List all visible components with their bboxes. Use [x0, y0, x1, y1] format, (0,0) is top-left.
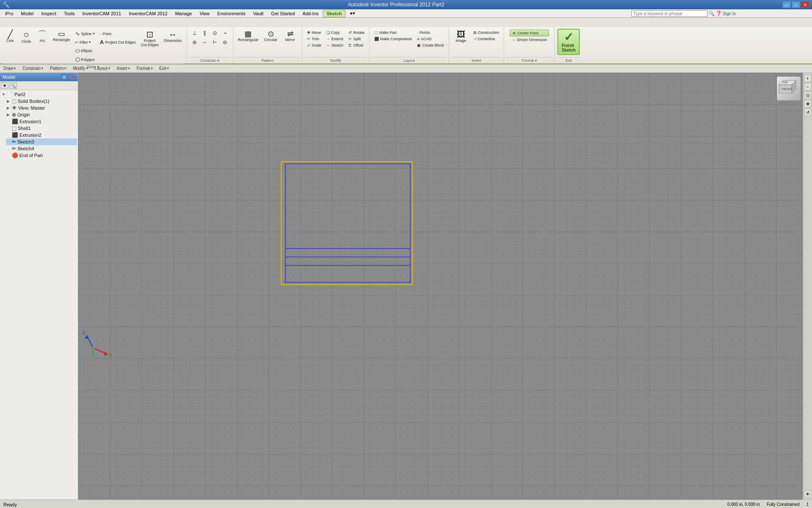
tree-item-sketch4[interactable]: ✏ Sketch4 — [6, 145, 77, 152]
pan-btn[interactable]: ✥ — [804, 100, 812, 108]
trim-button[interactable]: ✂Trim — [305, 36, 324, 42]
acad-button[interactable]: AACAD — [415, 36, 446, 42]
constrain-btn4[interactable]: ⌁ — [220, 29, 230, 37]
close-button[interactable]: ✕ — [801, 1, 809, 8]
sub-pattern[interactable]: Pattern — [50, 66, 66, 71]
center-point-button[interactable]: ⊕ Center Point — [510, 30, 549, 36]
menu-vault[interactable]: Vault — [250, 10, 267, 17]
tree-item-sketch3[interactable]: ✏ Sketch3 — [6, 138, 77, 145]
circle-button[interactable]: ○ Circle — [19, 29, 34, 45]
project-cut-edges-button[interactable]: ⊡ ProjectCut Edges — [139, 29, 161, 49]
tree-item-view-master[interactable]: ▶ 👁 View: Master — [6, 105, 77, 111]
menu-environments[interactable]: Environments — [214, 10, 249, 17]
dimension-button[interactable]: ↔ Dimension — [162, 29, 184, 44]
menu-dot[interactable]: ●▾ — [346, 10, 359, 17]
constrain-group-label: Constrain ▾ — [189, 57, 230, 64]
rectangle-button[interactable]: ▭ Rectangle — [51, 29, 72, 44]
sub-insert[interactable]: Insert — [117, 66, 130, 71]
finish-sketch-button[interactable]: ✓ FinishSketch — [557, 29, 580, 55]
menu-tools[interactable]: Tools — [60, 10, 78, 17]
rotate-button[interactable]: ↺Rotate — [346, 30, 367, 36]
centerline-button[interactable]: ⊣Centerline — [471, 36, 502, 42]
maximize-button[interactable]: □ — [792, 1, 800, 8]
signin-button[interactable]: Sign In — [723, 11, 736, 16]
search-tree-btn[interactable]: 🔍 — [9, 82, 17, 89]
menu-inspect[interactable]: Inspect — [38, 10, 60, 17]
canvas-area[interactable]: Z X Y FRONT TOP + − ⊡ ✥ ↺ 👁 — [78, 73, 812, 500]
offset-button[interactable]: ⊏Offset — [346, 42, 367, 48]
minimize-button[interactable]: — — [782, 1, 791, 8]
spline-button[interactable]: ∿ Spline ▾ — [73, 30, 97, 38]
constrain-btn7[interactable]: ⊢ — [210, 38, 219, 47]
image-button[interactable]: 🖼 Image — [452, 29, 470, 44]
driven-dimension-button[interactable]: ↔Driven Dimension — [510, 37, 549, 43]
constrain-btn3[interactable]: ⊙ — [210, 29, 219, 37]
mirror-button[interactable]: ⇌ Mirror — [281, 29, 299, 44]
zoom-out-btn[interactable]: − — [804, 83, 812, 91]
nav-cube[interactable]: FRONT TOP — [776, 76, 801, 101]
sidebar-close-btn[interactable]: ✕ — [61, 74, 68, 80]
statusbar-right: 0.000 in, 0.000 in Fully Constrained 1 — [727, 502, 809, 507]
fillet-button[interactable]: ⌐ Fillet ▾ — [73, 38, 97, 46]
move-button[interactable]: ✥Move — [305, 30, 324, 36]
expand-icon: ▶ — [7, 106, 12, 110]
arc-button[interactable]: ⌒ Arc — [35, 29, 50, 44]
tree-item-extrusion1[interactable]: ⬛ Extrusion1 — [6, 118, 77, 125]
make-part-button[interactable]: ⬚Make Part — [372, 30, 414, 36]
rotate-view-btn[interactable]: ↺ — [804, 108, 812, 116]
model-tree: ▼ 📄 Part2 ▶ ⬚ Solid Bodies(1) ▶ 👁 View: … — [0, 90, 78, 500]
menu-manage[interactable]: Manage — [172, 10, 195, 17]
menu-inventorcam2011[interactable]: InventorCAM 2011 — [79, 10, 125, 17]
sub-exit[interactable]: Exit — [159, 66, 169, 71]
stretch-button[interactable]: ↔Stretch — [324, 42, 346, 48]
tree-item-origin[interactable]: ▶ ⊕ Origin — [6, 111, 77, 118]
menu-ipro[interactable]: iPro — [2, 10, 17, 17]
menu-addins[interactable]: Add-Ins — [299, 10, 322, 17]
constrain-btn1[interactable]: ⊥ — [190, 29, 199, 37]
line-button[interactable]: ╱ Line — [3, 29, 18, 44]
menu-getstarted[interactable]: Get Started — [268, 10, 298, 17]
split-button[interactable]: ✂Split — [346, 36, 367, 42]
scale-button[interactable]: ⤢Scale — [305, 42, 324, 48]
tree-item-shell1[interactable]: ⬚ Shell1 — [6, 125, 77, 132]
ellipse-button[interactable]: ⬭ Ellipse — [73, 47, 97, 55]
menu-model[interactable]: Model — [18, 10, 37, 17]
look-at-btn[interactable]: 👁 — [804, 490, 812, 498]
menu-view[interactable]: View — [196, 10, 213, 17]
sub-layout[interactable]: Layout — [95, 66, 110, 71]
sub-constrain[interactable]: Constrain — [22, 66, 43, 71]
construction-button[interactable]: ⊞Construction — [471, 30, 502, 36]
sub-modify[interactable]: Modify — [73, 66, 88, 71]
zoom-fit-btn[interactable]: ⊡ — [804, 91, 812, 99]
constrain-btn2[interactable]: ∥ — [200, 29, 209, 37]
search-input[interactable] — [631, 10, 708, 17]
constrain-btn6[interactable]: ↔ — [200, 38, 209, 47]
search-icon[interactable]: 🔍 — [708, 11, 715, 17]
filter-btn[interactable]: ▼ — [1, 82, 8, 89]
tree-item-solid-bodies[interactable]: ▶ ⬚ Solid Bodies(1) — [6, 98, 77, 105]
sub-draw[interactable]: Draw — [3, 66, 16, 71]
menu-inventorcam2012[interactable]: InventorCAM 2012 — [125, 10, 171, 17]
rectangular-pattern-button[interactable]: ▦ Rectangular — [236, 29, 261, 44]
points-button[interactable]: ·Points — [415, 30, 446, 36]
sub-format[interactable]: Format — [137, 66, 153, 71]
zoom-in-btn[interactable]: + — [804, 75, 812, 82]
sidebar-pin-btn[interactable]: 📌 — [69, 74, 75, 80]
constrain-btn5[interactable]: ⊜ — [190, 38, 199, 47]
help-icon[interactable]: ❓ — [716, 11, 722, 17]
insert-group-label: Insert — [452, 57, 502, 64]
make-components-button[interactable]: ⬛Make Components — [372, 36, 414, 42]
copy-button[interactable]: ❑Copy — [324, 30, 346, 36]
grid-svg: Z X Y — [78, 73, 812, 500]
extend-button[interactable]: →Extend — [324, 36, 346, 42]
tree-item-extrusion2[interactable]: ⬛ Extrusion2 — [6, 132, 77, 138]
menu-sketch[interactable]: Sketch — [323, 10, 346, 17]
point-button[interactable]: · Point — [98, 30, 138, 38]
create-block-button[interactable]: ▣Create Block — [415, 42, 446, 48]
polygon-button[interactable]: ⬡ Polygon — [73, 55, 97, 64]
constrain-btn8[interactable]: ⊝ — [220, 38, 230, 47]
circular-pattern-button[interactable]: ⊙ Circular — [261, 29, 280, 44]
tree-item-part2[interactable]: ▼ 📄 Part2 — [1, 91, 77, 98]
tree-item-end-of-part[interactable]: 🔴 End of Part — [6, 152, 77, 159]
text-button[interactable]: A Project Cut Edges — [98, 38, 138, 46]
